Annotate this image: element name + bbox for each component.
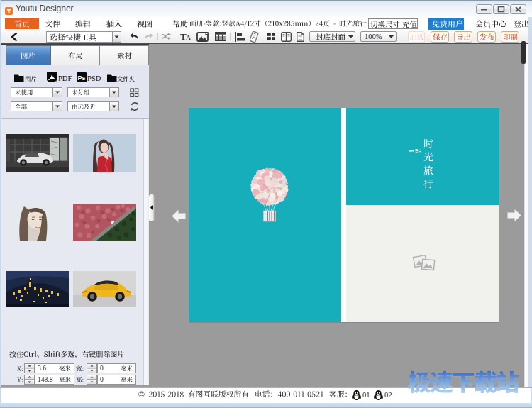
- svg-text:Ps: Ps: [77, 75, 85, 82]
